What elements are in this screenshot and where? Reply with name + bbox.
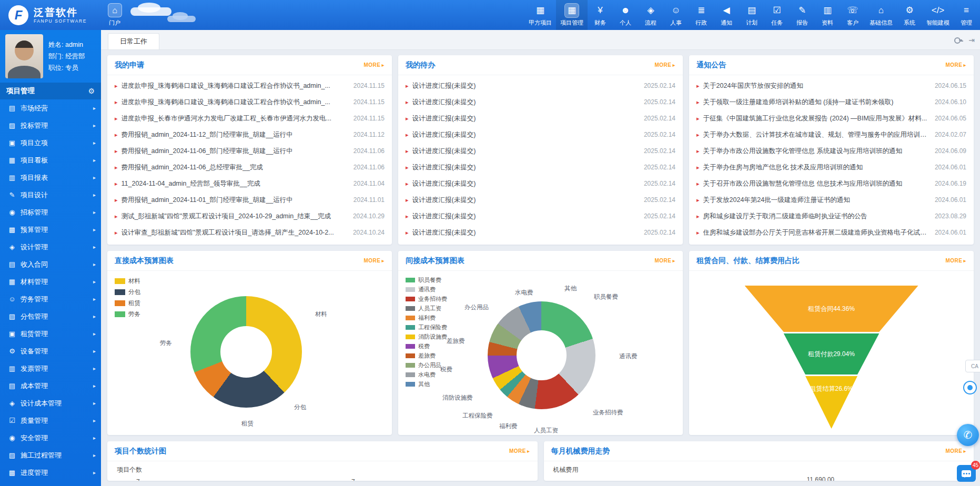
module-label: 项目管理 [560,19,583,27]
list-item[interactable]: 关于举办住房与房地产信息化 技术及应用培训班的通知 2024.06.01 [696,159,966,175]
module-nav-item[interactable]: ☻ 个人 [613,0,638,30]
list-item[interactable]: 设计进度汇报(未提交) 2025.02.14 [406,78,675,94]
module-nav-item[interactable]: ◈ 流程 [638,0,663,30]
sidebar-menu-item[interactable]: ⚙ 设备管理 [0,342,101,360]
module-label: 计划 [746,19,757,27]
list-item[interactable]: 费用报销_admin_2024-11-06_部门经理审批_胡建__运行中 202… [115,143,385,159]
sidebar-menu-item[interactable]: ▩ 预算管理 [0,221,101,238]
profile-department: 部门: 经营部 [48,50,85,62]
sidebar-menu-item[interactable]: ▥ 发票管理 [0,360,101,377]
module-nav-item[interactable]: ☑ 任务 [764,0,790,30]
more-button[interactable]: MORE [363,62,385,68]
message-button[interactable]: 45 [957,465,976,482]
sidebar-menu-item[interactable]: ▨ 投标管理 [0,117,101,134]
list-item[interactable]: 设计进度汇报(未提交) 2025.02.14 [406,208,675,224]
sidebar-menu-item[interactable]: ▤ 成本管理 [0,377,101,394]
sidebar-menu-item[interactable]: ▣ 证件管理 [0,481,101,486]
sidebar-menu-item[interactable]: ☑ 质量管理 [0,412,101,429]
float-ring-button[interactable] [963,381,977,394]
list-item[interactable]: 于征集《中国建筑施工行业信息化发展报告 (2024) —BIM应用与发展》材料.… [696,110,966,126]
list-item[interactable]: 设计进度汇报(未提交) 2025.02.14 [406,127,675,143]
list-item[interactable]: 费用报销_admin_2024-11-06_总经理审批__完成 2024.11.… [115,159,385,175]
sidebar-menu-item[interactable]: ✎ 项目设计 [0,186,101,204]
more-button[interactable]: MORE [654,62,675,68]
more-button[interactable]: MORE [509,448,530,454]
module-nav-item[interactable]: ¥ 财务 [588,0,613,30]
list-item[interactable]: 设计进度汇报(未提交) 2025.02.14 [406,143,675,159]
list-item[interactable]: 设计进度汇报(未提交) 2025.02.14 [406,110,675,126]
sidebar-menu-item[interactable]: ▦ 项目看板 [0,151,101,169]
sidebar-menu-item[interactable]: ▨ 施工过程管理 [0,447,101,464]
sidebar-menu-item[interactable]: ◈ 设计管理 [0,238,101,256]
module-nav-item[interactable]: </> 智能建模 [922,0,954,30]
portal-nav-item[interactable]: ⌂ 门户 [98,0,132,30]
chat-bubble-icon [962,470,971,477]
more-button[interactable]: MORE [363,258,385,264]
sidebar-menu-item[interactable]: ▣ 租赁管理 [0,325,101,342]
module-nav-item[interactable]: ✎ 报告 [790,0,815,30]
list-item[interactable]: 进度款申报_珠海鹤港口建设_珠海鹤港口建设工程合作协议书_admin_... 2… [115,94,385,110]
list-item[interactable]: 进度款申报_长春市伊通河水力发电厂改建工程_长春市伊通河水力发电... 2024… [115,110,385,126]
item-text: 设计进度汇报(未提交) [412,98,637,107]
list-item[interactable]: 住房和城乡建设部办公厅关于同意吉林省开展二级建造师执业资格电子化试点... 20… [696,225,966,240]
list-item[interactable]: 测试_彭祖新城"四馆"景观工程设计项目_2024-10-29_admin_结束_… [115,208,385,224]
list-item[interactable]: 费用报销_admin_2024-11-01_部门经理审批_胡建__运行中 202… [115,192,385,208]
sidebar-menu-item[interactable]: ▦ 材料管理 [0,273,101,290]
module-nav-item[interactable]: ☏ 客户 [840,0,865,30]
module-nav-item[interactable]: ▤ 计划 [739,0,764,30]
collapse-panel-icon[interactable]: ⇥ [968,36,975,44]
list-item[interactable]: 关于召开市政公用设施智慧化管理信息 信息技术与应用培训班的通知 2024.06.… [696,176,966,191]
module-nav-item[interactable]: ≣ 行政 [689,0,714,30]
sidebar-menu-item[interactable]: ▤ 收入合同 [0,256,101,273]
legend-item: 业务招待费 [406,295,447,303]
list-item[interactable]: 关于举办大数据、云计算技术在城市建设、规划、管理与服务中的应用培训班... 20… [696,127,966,143]
list-item[interactable]: 设计进度汇报(未提交) 2025.02.14 [406,225,675,240]
sidebar-menu-item[interactable]: ▤ 市场经营 [0,99,101,117]
list-item[interactable]: 房和城乡建设厅关于取消二级建造师临时执业证书的公告 2023.08.29 [696,208,966,224]
sidebar-menu-item[interactable]: ◉ 招标管理 [0,204,101,221]
list-item[interactable]: 设计审查_彭祖新城"四馆"景观工程设计项目_请选择_胡产生_2024-10-2.… [115,225,385,240]
sidebar-menu-item[interactable]: ▧ 分包管理 [0,308,101,325]
item-date: 2025.02.14 [644,82,675,89]
module-nav-item[interactable]: ⌂ 基础信息 [865,0,897,30]
tab-daily-work[interactable]: 日常工作 [108,33,159,49]
settings-gear-icon[interactable]: ⚙ [88,87,95,95]
module-nav-item[interactable]: ▥ 资料 [815,0,840,30]
list-item[interactable]: 进度款申报_珠海鹤港口建设_珠海鹤港口建设工程合作协议书_admin_... 2… [115,78,385,94]
list-item[interactable]: 关于举办市政公用设施数字化管理信息 系统建设与应用培训班的通知 2024.06.… [696,143,966,159]
list-item[interactable]: 11_2024-11-04_admin_经营部_领导审批__完成 2024.11… [115,176,385,191]
float-ca-widget[interactable]: CA [965,360,980,372]
sidebar-menu-item[interactable]: ▥ 项目报表 [0,169,101,186]
more-button[interactable]: MORE [945,62,966,68]
list-item[interactable]: 关于2024年国庆节放假安排的通知 2024.06.15 [696,78,966,94]
more-button[interactable]: MORE [945,448,966,454]
module-label: 个人 [620,19,631,27]
list-item[interactable]: 费用报销_admin_2024-11-12_部门经理审批_胡建__运行中 202… [115,127,385,143]
list-item[interactable]: 设计进度汇报(未提交) 2025.02.14 [406,94,675,110]
item-date: 2024.02.07 [935,131,966,138]
sidebar-menu-item[interactable]: ◈ 设计成本管理 [0,394,101,412]
legend-item: 材料 [115,277,140,285]
module-nav-item[interactable]: ▦ 甲方项目 [524,0,556,30]
list-item[interactable]: 设计进度汇报(未提交) 2025.02.14 [406,192,675,208]
customer-service-button[interactable]: ✆ [957,424,979,446]
sidebar-menu-item[interactable]: ☺ 劳务管理 [0,290,101,308]
sidebar-menu-item[interactable]: ▣ 项目立项 [0,134,101,151]
module-nav-item[interactable]: ⚙ 系统 [897,0,922,30]
logo-title: 泛普软件 [34,7,87,18]
module-nav-item[interactable]: ◀ 通知 [714,0,739,30]
module-label: 智能建模 [926,19,949,27]
list-item[interactable]: 设计进度汇报(未提交) 2025.02.14 [406,176,675,191]
sidebar-menu-item[interactable]: ◉ 安全管理 [0,429,101,447]
module-label: 报告 [796,19,808,27]
module-nav-item[interactable]: ▦ 项目管理 [556,0,588,30]
sidebar-menu-item[interactable]: ▩ 进度管理 [0,464,101,481]
more-button[interactable]: MORE [654,258,675,264]
list-item[interactable]: 设计进度汇报(未提交) 2025.02.14 [406,159,675,175]
list-item[interactable]: 关于领取一级注册建造师培训补贴的通知 (须持一建证书前来领取) 2024.06.… [696,94,966,110]
more-button[interactable]: MORE [945,258,966,264]
key-icon[interactable] [954,36,962,44]
list-item[interactable]: 关于发放2024年第24批一级建造师注册证书的通知 2024.06.01 [696,192,966,208]
module-nav-item[interactable]: ☺ 人事 [663,0,689,30]
module-nav-item[interactable]: ≡ 管理 [954,0,979,30]
